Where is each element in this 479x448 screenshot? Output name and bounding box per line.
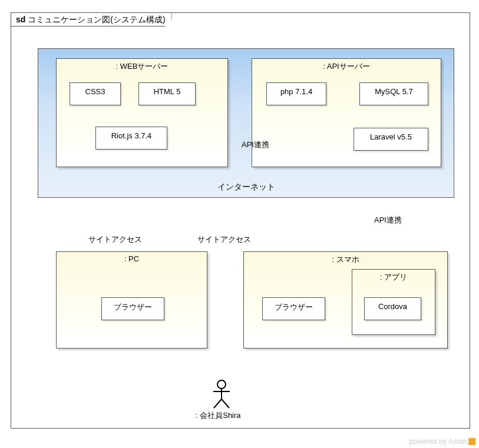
component-pc-browser: ブラウザー [101, 297, 164, 320]
actor-icon [212, 380, 232, 409]
component-html5-label: HTML 5 [154, 87, 181, 96]
lifeline-web-server-title: : WEBサーバー [57, 61, 227, 72]
watermark: powered by Astah [409, 437, 475, 446]
diagram-canvas: sd コミュニケーション図(システム構成) インターネット : WEBサーバー … [0, 0, 479, 448]
component-riotjs: Riot.js 3.7.4 [95, 127, 167, 150]
component-php-label: php 7.1.4 [280, 87, 312, 96]
component-laravel-label: Laravel v5.5 [370, 132, 412, 141]
component-sp-browser-label: ブラウザー [275, 303, 313, 311]
component-cordova-label: Cordova [378, 302, 407, 311]
component-laravel: Laravel v5.5 [354, 128, 428, 151]
region-internet-title: インターネット [38, 182, 454, 193]
component-cordova: Cordova [364, 297, 421, 320]
lifeline-web-server: : WEBサーバー [56, 58, 228, 167]
lifeline-api-server-title: : APIサーバー [252, 61, 441, 72]
lifeline-app-title: : アプリ [352, 272, 435, 283]
component-css3: CSS3 [70, 82, 121, 105]
svg-line-14 [214, 399, 222, 408]
sd-frame-label: sd コミュニケーション図(システム構成) [11, 12, 172, 26]
component-sp-browser: ブラウザー [262, 297, 325, 320]
svg-point-11 [217, 380, 226, 389]
watermark-text: powered by Astah [409, 437, 467, 446]
component-riotjs-label: Riot.js 3.7.4 [111, 131, 152, 140]
component-pc-browser-label: ブラウザー [114, 303, 152, 311]
sd-title: コミュニケーション図(システム構成) [28, 15, 165, 24]
lifeline-smartphone-title: : スマホ [244, 254, 447, 265]
component-css3-label: CSS3 [85, 87, 105, 96]
component-html5: HTML 5 [138, 82, 196, 105]
svg-line-15 [222, 399, 229, 408]
astah-logo-icon [468, 438, 475, 445]
actor-shira [210, 380, 233, 409]
component-php: php 7.1.4 [266, 82, 326, 105]
component-mysql-label: MySQL 5.7 [375, 87, 413, 96]
lifeline-pc-title: : PC [57, 254, 207, 263]
component-mysql: MySQL 5.7 [359, 82, 428, 105]
sd-prefix: sd [16, 15, 25, 24]
lifeline-api-server: : APIサーバー [252, 58, 441, 167]
actor-shira-label: : 会社員Shira [196, 410, 241, 421]
